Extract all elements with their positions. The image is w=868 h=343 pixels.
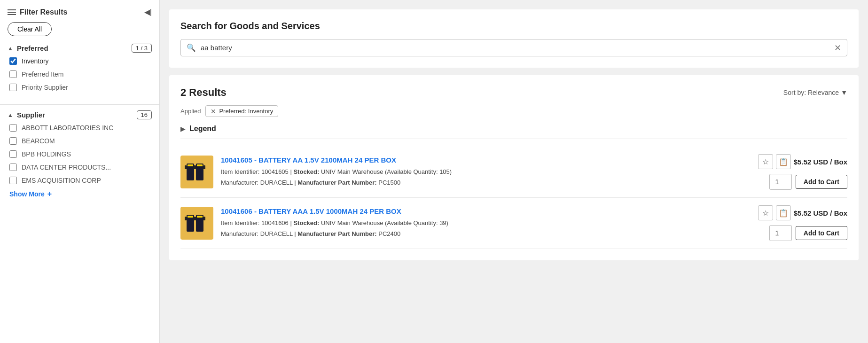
- abbott-checkbox[interactable]: [9, 124, 17, 132]
- filter-item-priority-supplier: Priority Supplier: [8, 84, 152, 91]
- bearcom-checkbox[interactable]: [9, 137, 17, 145]
- bpb-checkbox[interactable]: [9, 150, 17, 158]
- product-icons-1: ☆ 📋: [758, 154, 791, 169]
- ems-checkbox[interactable]: [9, 177, 17, 184]
- supplier-collapse-button[interactable]: ▲: [8, 112, 13, 118]
- results-header: 2 Results Sort by: Relevance ▼: [180, 86, 847, 99]
- favorite-button-2[interactable]: ☆: [758, 205, 773, 220]
- svg-rect-8: [197, 164, 203, 166]
- price-2: $5.52 USD / Box: [794, 209, 847, 217]
- sidebar: Filter Results ◀| Clear All ▲ Preferred …: [0, 0, 160, 343]
- svg-rect-7: [188, 164, 193, 166]
- add-to-cart-button-2[interactable]: Add to Cart: [796, 226, 847, 240]
- filter-item-preferred-item: Preferred Item: [8, 70, 152, 78]
- item-identifier-label-2: Item Identifier:: [221, 219, 261, 226]
- datacenter-label[interactable]: DATA CENTER PRODUCTS...: [22, 164, 111, 171]
- priority-supplier-label[interactable]: Priority Supplier: [22, 84, 68, 91]
- legend-row: ▶ Legend: [180, 125, 847, 139]
- show-more-label: Show More: [9, 190, 45, 198]
- section-divider: [0, 104, 159, 105]
- preferred-collapse-button[interactable]: ▲: [8, 45, 13, 52]
- compare-button-1[interactable]: 📋: [776, 154, 791, 169]
- abbott-label[interactable]: ABBOTT LABORATORIES INC: [22, 124, 113, 132]
- svg-rect-11: [185, 217, 187, 220]
- legend-title: Legend: [189, 125, 216, 133]
- svg-rect-14: [194, 217, 196, 220]
- preferred-section-header: ▲ Preferred 1 / 3: [8, 44, 152, 53]
- applied-filters: Applied ✕ Preferred: Inventory: [180, 105, 847, 117]
- datacenter-checkbox[interactable]: [9, 164, 17, 171]
- product-detail-2: Item Identifier: 10041606 | Stocked: UNI…: [221, 218, 751, 239]
- manufacturer-label-2: Manufacturer:: [221, 230, 260, 237]
- search-icon: 🔍: [187, 43, 196, 52]
- preferred-item-checkbox[interactable]: [9, 70, 17, 78]
- product-card-1: 10041605 - BATTERY AA 1.5V 2100MAH 24 PE…: [180, 147, 847, 198]
- product-title-1[interactable]: 10041605 - BATTERY AA 1.5V 2100MAH 24 PE…: [221, 156, 751, 164]
- favorite-button-1[interactable]: ☆: [758, 154, 773, 169]
- product-image-1: [180, 156, 213, 188]
- hamburger-icon[interactable]: [8, 9, 16, 15]
- search-panel: Search for Goods and Services 🔍 ✕: [169, 9, 859, 68]
- product-actions-1: ☆ 📋 $5.52 USD / Box Add to Cart: [758, 154, 847, 190]
- search-bar: 🔍 ✕: [180, 39, 847, 56]
- legend-expand-button[interactable]: ▶: [180, 125, 186, 133]
- filter-item-ems: EMS ACQUISITION CORP: [8, 177, 152, 184]
- inventory-checkbox[interactable]: [9, 57, 17, 65]
- results-panel: 2 Results Sort by: Relevance ▼ Applied ✕…: [169, 75, 859, 260]
- product-image-2: [180, 207, 213, 240]
- sidebar-header: Filter Results ◀|: [0, 8, 159, 22]
- search-input[interactable]: [201, 44, 829, 52]
- filter-item-bearcom: BEARCOM: [8, 137, 152, 145]
- preferred-filter-section: ▲ Preferred 1 / 3 Inventory Preferred It…: [0, 44, 159, 97]
- compare-button-2[interactable]: 📋: [776, 205, 791, 220]
- supplier-section-header: ▲ Supplier 16: [8, 110, 152, 119]
- bpb-label[interactable]: BPB HOLDINGS: [22, 150, 71, 158]
- ems-label[interactable]: EMS ACQUISITION CORP: [22, 177, 101, 184]
- svg-rect-16: [188, 216, 193, 218]
- show-more-plus-icon: +: [47, 190, 52, 198]
- manufacturer-value-2: DURACELL: [260, 230, 293, 237]
- item-identifier-label-1: Item Identifier:: [221, 168, 261, 175]
- svg-rect-15: [203, 217, 205, 220]
- svg-rect-6: [203, 165, 205, 169]
- part-number-bold-2: Manufacturer Part Number:: [297, 230, 378, 237]
- quantity-input-1[interactable]: [769, 174, 792, 190]
- search-clear-button[interactable]: ✕: [834, 44, 841, 52]
- product-info-2: 10041606 - BATTERY AAA 1.5V 1000MAH 24 P…: [221, 207, 751, 239]
- filter-item-inventory: Inventory: [8, 57, 152, 65]
- quantity-input-2[interactable]: [769, 225, 792, 241]
- tag-remove-button[interactable]: ✕: [211, 108, 216, 115]
- svg-rect-17: [197, 216, 203, 218]
- inventory-label[interactable]: Inventory: [22, 57, 49, 65]
- bearcom-label[interactable]: BEARCOM: [22, 137, 55, 145]
- preferred-item-label[interactable]: Preferred Item: [22, 70, 63, 78]
- cart-row-1: Add to Cart: [769, 174, 847, 190]
- stocked-value-1: UNIV Main Warehouse (Available Quantity:…: [321, 168, 452, 175]
- sidebar-title: Filter Results: [20, 8, 67, 16]
- clear-all-button[interactable]: Clear All: [8, 22, 52, 36]
- supplier-title-row: ▲ Supplier: [8, 111, 45, 119]
- part-number-bold-1: Manufacturer Part Number:: [297, 179, 378, 186]
- add-to-cart-button-1[interactable]: Add to Cart: [796, 175, 847, 189]
- item-identifier-value-2: 10041606: [261, 219, 289, 226]
- sort-chevron-icon: ▼: [841, 89, 847, 96]
- collapse-sidebar-button[interactable]: ◀|: [144, 8, 152, 16]
- cart-row-2: Add to Cart: [769, 225, 847, 241]
- svg-rect-5: [194, 165, 196, 169]
- product-card-2: 10041606 - BATTERY AAA 1.5V 1000MAH 24 P…: [180, 198, 847, 249]
- preferred-section-title: Preferred: [17, 44, 48, 52]
- manufacturer-value-1: DURACELL: [260, 179, 293, 186]
- product-icons-2: ☆ 📋: [758, 205, 791, 220]
- priority-supplier-checkbox[interactable]: [9, 84, 17, 91]
- filter-item-abbott: ABBOTT LABORATORIES INC: [8, 124, 152, 132]
- svg-rect-2: [185, 165, 187, 169]
- preferred-title-row: ▲ Preferred: [8, 44, 48, 52]
- stocked-bold-1: Stocked:: [293, 168, 321, 175]
- stocked-value-2: UNIV Main Warehouse (Available Quantity:…: [321, 219, 448, 226]
- applied-label: Applied: [180, 108, 201, 115]
- filter-item-datacenter: DATA CENTER PRODUCTS...: [8, 164, 152, 171]
- product-actions-2: ☆ 📋 $5.52 USD / Box Add to Cart: [758, 205, 847, 241]
- supplier-badge: 16: [137, 110, 152, 119]
- product-title-2[interactable]: 10041606 - BATTERY AAA 1.5V 1000MAH 24 P…: [221, 207, 751, 215]
- show-more-button[interactable]: Show More +: [8, 190, 52, 198]
